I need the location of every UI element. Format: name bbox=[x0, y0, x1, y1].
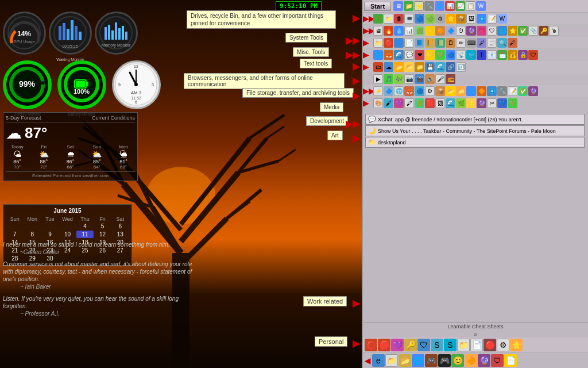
r3-i4[interactable]: 📄 bbox=[404, 38, 414, 48]
r1-i12[interactable]: 📝 bbox=[487, 14, 497, 24]
r7-i14[interactable]: 📝 bbox=[508, 86, 517, 96]
ql-icon-9[interactable]: W bbox=[476, 1, 486, 11]
r4-i7[interactable]: 💚 bbox=[435, 50, 445, 60]
row7-arrow[interactable]: ▶▶ bbox=[363, 87, 373, 95]
r6-i6[interactable]: 🔊 bbox=[425, 74, 435, 84]
r8-i10[interactable]: ⭐ bbox=[466, 98, 476, 108]
r1-i9[interactable]: 📦 bbox=[456, 14, 466, 24]
tray-app[interactable]: 🔴 bbox=[483, 339, 496, 351]
r4-i15[interactable]: 🔒 bbox=[518, 50, 528, 60]
r2-i5[interactable]: 🟩 bbox=[415, 26, 424, 36]
expand-arrow-2[interactable]: ▶▶ bbox=[346, 35, 359, 46]
r7-i13[interactable]: 🔧 bbox=[497, 86, 507, 96]
r6-i3[interactable]: 🎶 bbox=[394, 74, 404, 84]
tray2-red[interactable]: 🛡 bbox=[491, 354, 504, 367]
r3-i12[interactable]: 📰 bbox=[487, 38, 497, 48]
r5-i6[interactable]: 💾 bbox=[425, 62, 435, 72]
tray-skype2[interactable]: S bbox=[444, 339, 457, 351]
row1-arrow[interactable]: ▶▶ bbox=[363, 14, 373, 23]
r8-i11[interactable]: 🔮 bbox=[477, 98, 486, 108]
r1-i1[interactable]: 🌿 bbox=[373, 14, 383, 24]
r5-i4[interactable]: 📂 bbox=[404, 62, 414, 72]
r1-i7[interactable]: ⚙ bbox=[435, 14, 445, 24]
r3-i13[interactable]: 🔍 bbox=[497, 38, 507, 48]
expand-arrow-1[interactable]: ▶ bbox=[353, 13, 359, 24]
tray2-folder[interactable]: 📁 bbox=[385, 354, 398, 367]
row6-icons[interactable]: ▶ 🎵 🎶 📷 🎬 🔊 🎤 📻 bbox=[373, 74, 455, 84]
r3-i14[interactable]: 🖋 bbox=[508, 38, 517, 48]
r1-i6[interactable]: 🟢 bbox=[425, 14, 435, 24]
r1-i3[interactable]: 🗑 bbox=[394, 14, 404, 24]
tray-row-1[interactable]: ⭕ 🛑 💜 🔑 🛡 S S 📁 📄 🔴 ⚙ ⭐ bbox=[363, 338, 588, 353]
cal-day-7[interactable]: 7 bbox=[6, 231, 24, 238]
ql-icon-2[interactable]: 📁 bbox=[404, 1, 413, 11]
r2-i7[interactable]: 🔶 bbox=[435, 26, 445, 36]
expand-label[interactable]: » bbox=[363, 331, 588, 338]
cal-day-4[interactable]: 4 bbox=[76, 223, 94, 230]
tray2-green[interactable]: 😊 bbox=[451, 354, 464, 367]
r3-i6[interactable]: 📙 bbox=[425, 38, 435, 48]
tray2-ie[interactable]: e bbox=[372, 354, 385, 367]
r2-i12[interactable]: 🛡 bbox=[487, 26, 497, 36]
r7-i2[interactable]: 🔷 bbox=[384, 86, 393, 96]
r2-i3[interactable]: 💧 bbox=[394, 26, 404, 36]
tray-power[interactable]: ⭕ bbox=[365, 339, 377, 351]
row1-icons[interactable]: 🌿 📁 🗑 💻 🔵 🟢 ⚙ ⭐ 📦 🖼 💠 📝 W bbox=[373, 14, 507, 24]
r3-i5[interactable]: 📘 bbox=[415, 38, 424, 48]
r4-i2[interactable]: 🦊 bbox=[384, 50, 393, 60]
r7-i11[interactable]: 🔶 bbox=[477, 86, 486, 96]
r7-i3[interactable]: 🌐 bbox=[394, 86, 404, 96]
cal-day-8[interactable]: 8 bbox=[24, 231, 41, 238]
r8-i14[interactable]: 💚 bbox=[508, 98, 517, 108]
r8-i4[interactable]: 🖍 bbox=[404, 98, 414, 108]
ql-icon-8[interactable]: 📋 bbox=[466, 1, 475, 11]
r8-i9[interactable]: 🌿 bbox=[456, 98, 466, 108]
r5-i3[interactable]: 📂 bbox=[394, 62, 404, 72]
tray-row-2[interactable]: ◀ e 📁 📂 🌐 🎮 🎮 😊 🔶 🔮 🛡 📄 bbox=[363, 353, 588, 368]
r7-i8[interactable]: 📂 bbox=[446, 86, 455, 96]
r2-i13[interactable]: 🌐 bbox=[497, 26, 507, 36]
r6-i4[interactable]: 📷 bbox=[404, 74, 414, 84]
cal-day-10[interactable]: 10 bbox=[59, 231, 76, 238]
cal-day-11[interactable]: 11 bbox=[76, 231, 94, 238]
ql-icon-4[interactable]: 🔧 bbox=[424, 1, 434, 11]
tray2-purple[interactable]: 🔮 bbox=[478, 354, 490, 367]
r6-i2[interactable]: 🎵 bbox=[384, 74, 393, 84]
r3-i7[interactable]: 📗 bbox=[435, 38, 445, 48]
r4-i14[interactable]: 💰 bbox=[508, 50, 517, 60]
r2-i6[interactable]: ⚡ bbox=[425, 26, 435, 36]
expand-arrow-6[interactable]: ▶ bbox=[353, 90, 359, 101]
r7-i9[interactable]: 📁 bbox=[456, 86, 466, 96]
r5-i1[interactable]: 🗂 bbox=[373, 62, 383, 72]
r3-i1[interactable]: 📁 bbox=[373, 38, 383, 48]
r1-i5[interactable]: 🔵 bbox=[415, 14, 424, 24]
tray-gear[interactable]: ⚙ bbox=[497, 339, 509, 351]
r7-i4[interactable]: 🦊 bbox=[404, 86, 414, 96]
r8-i12[interactable]: ✂ bbox=[487, 98, 497, 108]
r2-i16[interactable]: 📎 bbox=[528, 26, 538, 36]
expand-arrow-4[interactable]: ▶ bbox=[353, 61, 359, 72]
ql-icon-1[interactable]: 🖥 bbox=[393, 1, 403, 11]
tray2-globe[interactable]: 🌐 bbox=[412, 354, 424, 367]
r8-i2[interactable]: 🖌 bbox=[384, 98, 393, 108]
r7-i12[interactable]: 💠 bbox=[487, 86, 497, 96]
row5-icons[interactable]: 🗂 ☁ 📂 📂 📁 💾 🌊 🔗 🔃 bbox=[373, 62, 466, 72]
expand-arrow-7[interactable]: ▶▶ bbox=[346, 118, 359, 129]
row7-icons[interactable]: ⚡ 🔷 🌐 🦊 🔵 ⚙ 📦 📂 📁 🌐 🔶 💠 🔧 📝 ✅ 🔮 bbox=[373, 86, 538, 96]
r6-i5[interactable]: 🎬 bbox=[415, 74, 424, 84]
ql-icon-5[interactable]: 🌐 bbox=[435, 1, 444, 11]
r2-i18[interactable]: 🖱 bbox=[549, 26, 559, 36]
r5-i7[interactable]: 🌊 bbox=[435, 62, 445, 72]
r4-i10[interactable]: 🐦 bbox=[466, 50, 476, 60]
r5-i2[interactable]: ☁ bbox=[384, 62, 393, 72]
tray2-steam2[interactable]: 🎮 bbox=[438, 354, 451, 367]
cal-day-12[interactable]: 12 bbox=[94, 231, 111, 238]
r3-i10[interactable]: ⌨ bbox=[466, 38, 476, 48]
r7-i6[interactable]: ⚙ bbox=[425, 86, 435, 96]
r2-i11[interactable]: 💗 bbox=[477, 26, 486, 36]
r4-i13[interactable]: 📩 bbox=[497, 50, 507, 60]
tray2-folder2[interactable]: 📂 bbox=[399, 354, 411, 367]
r2-i8[interactable]: 🔷 bbox=[446, 26, 455, 36]
quick-launch[interactable]: 🖥 📁 ⭐ 🔧 🌐 📊 📈 📋 W bbox=[393, 1, 486, 11]
cal-day-9[interactable]: 9 bbox=[41, 231, 59, 238]
